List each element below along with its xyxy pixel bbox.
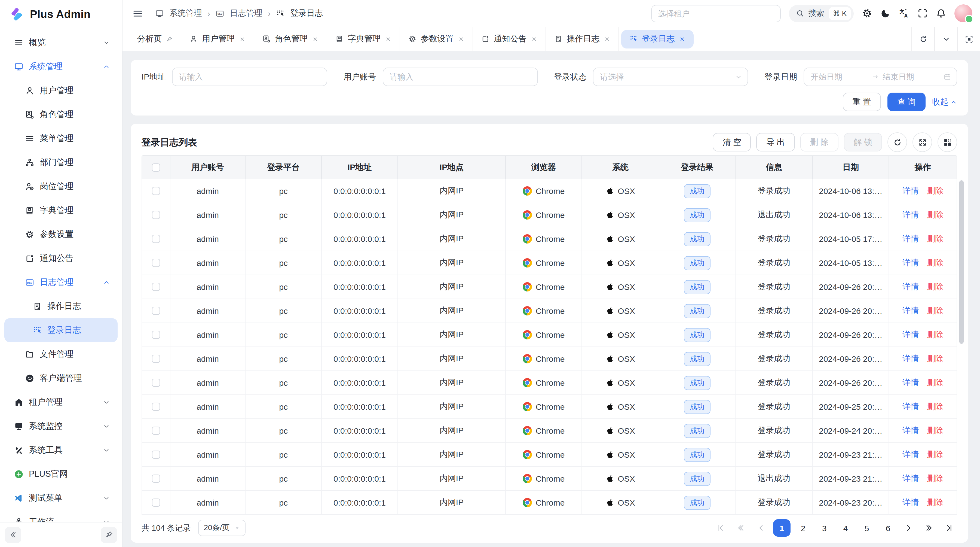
sidebar-item-login-log[interactable]: 登录日志: [4, 318, 118, 342]
prev-page-button[interactable]: [753, 520, 769, 536]
row-checkbox[interactable]: [152, 427, 160, 435]
sidebar-item-dict-management[interactable]: 字典管理: [4, 198, 118, 222]
row-checkbox[interactable]: [152, 403, 160, 411]
clear-button[interactable]: 清 空: [713, 133, 751, 152]
delete-link[interactable]: 删除: [927, 402, 943, 412]
ip-input[interactable]: [172, 67, 327, 86]
tab-login-log[interactable]: 登录日志: [621, 30, 694, 48]
last-page-button[interactable]: [941, 520, 957, 536]
sidebar-pin-button[interactable]: [101, 526, 117, 543]
tab-dict-management[interactable]: 字典管理: [327, 27, 400, 51]
sidebar-item-file-management[interactable]: 文件管理: [4, 342, 118, 366]
collapse-filter-link[interactable]: 收起: [932, 97, 957, 107]
tab-close-icon[interactable]: [531, 36, 538, 42]
tab-role-management[interactable]: 角色管理: [254, 27, 327, 51]
forward-10-pages-button[interactable]: [921, 520, 937, 536]
search-button[interactable]: 查 询: [888, 92, 926, 111]
sidebar-item-system-monitor[interactable]: 系统监控: [4, 414, 118, 438]
page-size-select[interactable]: 20条/页: [199, 520, 245, 536]
refresh-button[interactable]: [888, 132, 907, 152]
fullscreen-icon[interactable]: [917, 8, 928, 19]
sidebar-toggle-icon[interactable]: [132, 8, 143, 19]
detail-link[interactable]: 详情: [902, 474, 919, 484]
detail-link[interactable]: 详情: [902, 234, 919, 244]
account-input[interactable]: [383, 67, 538, 86]
detail-link[interactable]: 详情: [902, 426, 919, 436]
row-checkbox[interactable]: [152, 379, 160, 387]
delete-link[interactable]: 删除: [927, 234, 943, 244]
sidebar-item-param-settings[interactable]: 参数设置: [4, 222, 118, 246]
detail-link[interactable]: 详情: [902, 186, 919, 196]
content-fullscreen-icon[interactable]: [957, 27, 980, 51]
detail-link[interactable]: 详情: [902, 402, 919, 412]
sidebar-item-post-management[interactable]: 岗位管理: [4, 174, 118, 198]
tab-close-icon[interactable]: [239, 36, 245, 42]
reset-button[interactable]: 重 置: [843, 92, 881, 111]
sidebar-item-system-management[interactable]: 系统管理: [4, 54, 118, 78]
delete-link[interactable]: 删除: [927, 474, 943, 484]
sidebar-item-dept-management[interactable]: 部门管理: [4, 150, 118, 174]
sidebar-item-system-tools[interactable]: 系统工具: [4, 438, 118, 462]
detail-link[interactable]: 详情: [902, 354, 919, 364]
tenant-select-input[interactable]: [651, 5, 780, 22]
back-10-pages-button[interactable]: [733, 520, 749, 536]
refresh-tab-icon[interactable]: [912, 27, 934, 51]
first-page-button[interactable]: [713, 520, 729, 536]
tab-param-settings[interactable]: 参数设置: [400, 27, 473, 51]
login-status-select[interactable]: 请选择: [593, 67, 748, 86]
detail-link[interactable]: 详情: [902, 282, 919, 292]
page-number-button[interactable]: 1: [773, 519, 791, 537]
sidebar-item-plus-website[interactable]: PLUS官网: [4, 462, 118, 486]
detail-link[interactable]: 详情: [902, 498, 919, 508]
delete-link[interactable]: 删除: [927, 354, 943, 364]
tab-operation-log[interactable]: 操作日志: [546, 27, 619, 51]
page-number-button[interactable]: 6: [879, 519, 897, 537]
row-checkbox[interactable]: [152, 259, 160, 267]
login-date-range-picker[interactable]: 开始日期 结束日期: [803, 67, 957, 86]
sidebar-item-log-management[interactable]: DEV 日志管理: [4, 270, 118, 294]
row-checkbox[interactable]: [152, 187, 160, 195]
sidebar-item-notice[interactable]: 通知公告: [4, 246, 118, 270]
tab-close-icon[interactable]: [458, 36, 465, 42]
export-button[interactable]: 导 出: [757, 133, 795, 152]
delete-link[interactable]: 删除: [927, 450, 943, 460]
delete-link[interactable]: 删除: [927, 282, 943, 292]
delete-link[interactable]: 删除: [927, 210, 943, 220]
avatar[interactable]: [955, 4, 972, 22]
breadcrumb-item[interactable]: › 系统管理: [155, 8, 202, 19]
select-all-checkbox[interactable]: [152, 163, 160, 171]
tab-close-icon[interactable]: [385, 36, 391, 42]
page-number-button[interactable]: 3: [816, 519, 833, 537]
next-page-button[interactable]: [900, 520, 917, 536]
tab-close-icon[interactable]: [312, 36, 318, 42]
row-checkbox[interactable]: [152, 283, 160, 291]
row-checkbox[interactable]: [152, 331, 160, 339]
delete-link[interactable]: 删除: [927, 330, 943, 340]
sidebar-item-role-management[interactable]: 角色管理: [4, 102, 118, 126]
sidebar-item-operation-log[interactable]: 操作日志: [4, 294, 118, 318]
detail-link[interactable]: 详情: [902, 330, 919, 340]
sidebar-item-user-management[interactable]: 用户管理: [4, 78, 118, 102]
delete-link[interactable]: 删除: [927, 426, 943, 436]
table-scrollbar[interactable]: [959, 180, 964, 344]
tab-user-management[interactable]: 用户管理: [181, 27, 254, 51]
delete-link[interactable]: 删除: [927, 498, 943, 508]
detail-link[interactable]: 详情: [902, 306, 919, 316]
detail-link[interactable]: 详情: [902, 210, 919, 220]
row-checkbox[interactable]: [152, 499, 160, 507]
delete-link[interactable]: 删除: [927, 186, 943, 196]
global-search-button[interactable]: 搜索 ⌘ K: [789, 5, 854, 22]
unlock-button[interactable]: 解 锁: [844, 133, 882, 152]
table-fullscreen-button[interactable]: [913, 132, 932, 152]
sidebar-item-client-management[interactable]: 客户端管理: [4, 366, 118, 390]
column-settings-button[interactable]: [937, 132, 957, 152]
delete-link[interactable]: 删除: [927, 378, 943, 388]
tab-analysis[interactable]: 分析页: [129, 27, 181, 51]
detail-link[interactable]: 详情: [902, 258, 919, 268]
sidebar-item-workflow[interactable]: 工作流: [4, 510, 118, 522]
sidebar-item-menu-management[interactable]: 菜单管理: [4, 126, 118, 150]
detail-link[interactable]: 详情: [902, 378, 919, 388]
row-checkbox[interactable]: [152, 475, 160, 483]
breadcrumb-item[interactable]: › DEV 日志管理: [207, 8, 262, 19]
sidebar-item-overview[interactable]: 概览: [4, 30, 118, 54]
